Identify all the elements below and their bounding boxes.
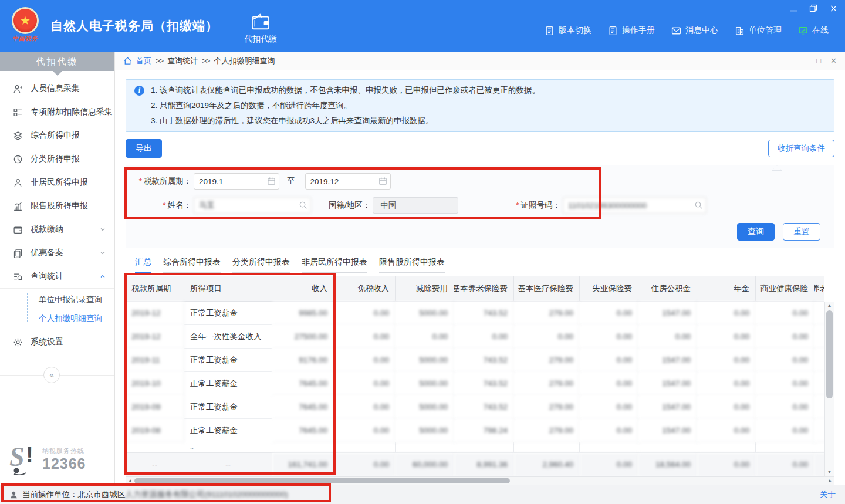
table-cell: 0.00 bbox=[580, 395, 638, 419]
breadcrumb-item-current: 个人扣缴明细查询 bbox=[214, 56, 275, 66]
sidebar-item-comprehensive-income-declaration[interactable]: 综合所得申报 bbox=[0, 124, 114, 147]
table-row[interactable]: 2019-08正常工资薪金7645.000.005000.00798.24279… bbox=[126, 419, 824, 442]
table-cell: 0.00 bbox=[756, 372, 814, 395]
top-nav-message-center[interactable]: 消息中心 bbox=[671, 25, 718, 36]
breadcrumb-home[interactable]: 首页 bbox=[136, 56, 151, 66]
about-link[interactable]: 关于 bbox=[820, 489, 836, 500]
panel-maximize-icon[interactable]: □ bbox=[816, 56, 821, 65]
sidebar-item-query-statistics[interactable]: 查询统计 bbox=[0, 265, 114, 288]
column-header: 年金 bbox=[697, 276, 756, 302]
version-switch-label: 版本切换 bbox=[559, 25, 592, 36]
nationality-label: 国籍/地区： bbox=[329, 200, 370, 211]
sidebar-item-label: 优惠备案 bbox=[31, 248, 63, 258]
search-icon[interactable] bbox=[694, 201, 703, 209]
vertical-scroll-thumb[interactable] bbox=[826, 310, 833, 398]
nationality-input bbox=[373, 197, 458, 214]
table-cell: 279.00 bbox=[514, 302, 580, 325]
chevron-up-icon[interactable] bbox=[99, 273, 106, 280]
scroll-right-icon[interactable]: ► bbox=[827, 478, 834, 483]
table-summary-row: ----161,741.000.0060,000.008,991.362,960… bbox=[126, 453, 824, 476]
tab-nonresident[interactable]: 非居民所得申报表 bbox=[302, 257, 367, 273]
tab-comprehensive[interactable]: 综合所得申报表 bbox=[163, 257, 221, 273]
table-cell: 0.00 bbox=[814, 325, 824, 349]
restore-icon[interactable] bbox=[809, 4, 818, 12]
column-header: 税款所属期 bbox=[126, 276, 184, 302]
table-cell: .. bbox=[184, 442, 272, 453]
horizontal-scrollbar[interactable]: ◄ ► bbox=[126, 476, 834, 485]
table-cell: 2019-08 bbox=[126, 419, 184, 442]
chevron-down-icon[interactable] bbox=[99, 249, 106, 256]
table-cell: 0.00 bbox=[697, 453, 756, 476]
tab-restricted-stock[interactable]: 限售股所得申报表 bbox=[379, 257, 445, 273]
table-cell: 0.00 bbox=[697, 419, 756, 442]
table-cell: 0.00 bbox=[814, 349, 824, 372]
table-cell: 0.00 bbox=[756, 419, 814, 442]
sidebar-item-nonresident-income-declaration[interactable]: 非居民所得申报 bbox=[0, 171, 114, 194]
table-cell: 正常工资薪金 bbox=[184, 349, 272, 372]
top-nav-version-switch[interactable]: 版本切换 bbox=[545, 25, 592, 36]
table-cell: 0.00 bbox=[396, 325, 454, 349]
sidebar-item-personnel-info-collection[interactable]: 人员信息采集 bbox=[0, 77, 114, 100]
table-cell: 279.00 bbox=[514, 349, 580, 372]
top-nav-online-status[interactable]: 在线 bbox=[798, 25, 829, 36]
sidebar-item-label: 税款缴纳 bbox=[31, 224, 63, 235]
horizontal-scroll-thumb[interactable] bbox=[134, 478, 510, 483]
sidebar-item-system-settings[interactable]: 系统设置 bbox=[0, 330, 114, 354]
panel-close-icon[interactable]: ✕ bbox=[830, 56, 837, 65]
table-cell bbox=[697, 442, 756, 453]
table-cell: 2019-11 bbox=[126, 349, 184, 372]
table-row[interactable]: 2019-10正常工资薪金7645.000.005000.00743.52279… bbox=[126, 372, 824, 395]
name-field bbox=[194, 197, 311, 214]
scroll-down-icon[interactable]: ▼ bbox=[827, 469, 832, 476]
sidebar-header-notch bbox=[53, 71, 62, 76]
notice-line: 1. 该查询统计表仅能查询已申报成功的数据，不包含未申报、申报失败，已申报但已作… bbox=[151, 83, 826, 98]
breadcrumb-separator: >> bbox=[202, 56, 209, 65]
sidebar-item-special-deduction-collection[interactable]: 专项附加扣除信息采集 bbox=[0, 100, 114, 124]
sidebar-item-restricted-stock-declaration[interactable]: 限售股所得申报 bbox=[0, 194, 114, 218]
sidebar-item-unit-declaration-record-query[interactable]: 单位申报记录查询 bbox=[0, 290, 114, 309]
table-cell: 27500.00 bbox=[272, 325, 334, 349]
search-icon[interactable] bbox=[299, 201, 307, 209]
name-input[interactable] bbox=[194, 197, 311, 214]
required-asterisk: * bbox=[139, 177, 142, 185]
calendar-icon[interactable] bbox=[378, 177, 387, 185]
scroll-left-icon[interactable]: ◄ bbox=[126, 478, 133, 483]
table-cell bbox=[334, 442, 396, 453]
table-cell: 9176.00 bbox=[272, 349, 334, 372]
table-row[interactable]: 2019-11正常工资薪金9176.000.005000.00743.52279… bbox=[126, 349, 824, 372]
table-row[interactable]: 2019-12全年一次性奖金收入27500.000.000.000.000.00… bbox=[126, 325, 824, 349]
sidebar-item-preferential-filing[interactable]: 优惠备案 bbox=[0, 241, 114, 265]
minimize-icon[interactable] bbox=[789, 4, 798, 12]
module-tab-withholding[interactable]: 代扣代缴 bbox=[244, 7, 277, 45]
calendar-icon[interactable] bbox=[267, 177, 276, 185]
sidebar-item-classified-income-declaration[interactable]: 分类所得申报 bbox=[0, 147, 114, 171]
query-button[interactable]: 查询 bbox=[737, 223, 775, 241]
sidebar-item-personal-withholding-detail-query[interactable]: 个人扣缴明细查询 bbox=[0, 309, 114, 328]
top-nav-unit-management[interactable]: 单位管理 bbox=[735, 25, 782, 36]
tab-summary[interactable]: 汇总 bbox=[135, 257, 151, 273]
home-icon[interactable] bbox=[123, 56, 132, 65]
breadcrumb-item-query-statistics[interactable]: 查询统计 bbox=[167, 56, 198, 66]
table-cell bbox=[580, 442, 638, 453]
export-button[interactable]: 导出 bbox=[126, 139, 162, 158]
chevron-down-icon[interactable] bbox=[99, 226, 106, 233]
id-number-input[interactable] bbox=[563, 197, 707, 214]
reset-button[interactable]: 重置 bbox=[783, 223, 820, 241]
documents-icon bbox=[13, 248, 23, 258]
collapse-query-button[interactable]: 收折查询条件 bbox=[768, 140, 834, 157]
column-header: 基本医疗保险费 bbox=[514, 276, 580, 302]
table-row[interactable]: 2019-12正常工资薪金9985.000.005000.00743.52279… bbox=[126, 302, 824, 325]
tab-classified[interactable]: 分类所得申报表 bbox=[232, 257, 290, 273]
vertical-scrollbar[interactable]: ▲ ▼ bbox=[824, 302, 834, 476]
top-nav-manual[interactable]: 操作手册 bbox=[608, 25, 655, 36]
sidebar-collapse-button[interactable]: « bbox=[43, 367, 60, 383]
sidebar-item-label: 限售股所得申报 bbox=[31, 201, 88, 211]
scroll-up-icon[interactable]: ▲ bbox=[827, 302, 832, 309]
sidebar-item-tax-payment[interactable]: 税款缴纳 bbox=[0, 218, 114, 241]
table-row[interactable]: 2019-09正常工资薪金7645.000.005000.00743.52279… bbox=[126, 395, 824, 419]
column-header: 住房公积金 bbox=[638, 276, 697, 302]
column-header: 税延养老保险 bbox=[814, 276, 824, 302]
person-icon bbox=[13, 178, 23, 188]
close-icon[interactable] bbox=[829, 4, 838, 12]
notice-box: i 1. 该查询统计表仅能查询已申报成功的数据，不包含未申报、申报失败，已申报但… bbox=[126, 79, 834, 132]
